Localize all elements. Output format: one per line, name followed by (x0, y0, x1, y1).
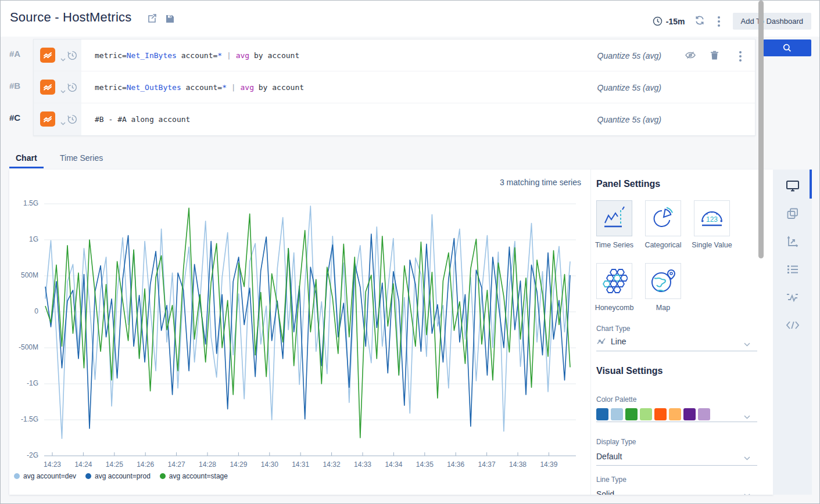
legend-series-name: avg account=dev (23, 472, 76, 480)
legend-item[interactable]: avg account=prod (85, 472, 151, 480)
json-view-button[interactable] (773, 315, 812, 336)
active-tab-indicator (9, 167, 44, 168)
x-axis-tick: 14:38 (504, 460, 531, 469)
quantize-setting-a[interactable]: Quantize 5s (avg) (539, 51, 661, 60)
single-value-panel-icon: 123 (698, 206, 726, 231)
metrics-query-type-icon[interactable] (40, 111, 55, 127)
display-type-label: Display Type (596, 438, 636, 446)
run-search-button[interactable] (763, 39, 811, 56)
threshold-settings-button[interactable] (773, 287, 812, 308)
line-type-label: Line Type (596, 476, 626, 484)
list-icon (787, 265, 798, 274)
time-range-picker[interactable]: -15m (653, 16, 685, 26)
chevron-down-icon[interactable] (744, 339, 750, 349)
chevron-down-icon[interactable] (744, 452, 750, 463)
app-window: { "header": { "title": "Source - HostMet… (0, 0, 820, 504)
refresh-icon[interactable] (694, 15, 705, 28)
query-input-c[interactable]: #B - #A along account (95, 115, 190, 124)
legend-color-dot (14, 473, 20, 479)
y-axis-tick: 1G (10, 235, 38, 243)
header-kebab-menu[interactable] (714, 15, 724, 28)
quantize-clock-icon[interactable] (67, 82, 77, 95)
honeycomb-panel-icon (601, 267, 628, 295)
y-axis-tick: 0 (10, 307, 38, 315)
map-panel-icon (649, 268, 677, 294)
x-axis-tick: 14:24 (70, 460, 96, 469)
legend-series-name: avg account=prod (95, 472, 151, 480)
panel-type-categorical[interactable] (645, 200, 681, 236)
query-type-chevron-icon[interactable] (60, 85, 66, 96)
query-input-b[interactable]: metric=Net_OutBytes account=* | avg by a… (95, 83, 304, 92)
add-to-dashboard-button[interactable]: Add To Dashboard (733, 13, 811, 30)
categorical-panel-icon (650, 205, 676, 232)
quantize-setting-c[interactable]: Quantize 5s (avg) (539, 115, 661, 124)
panel-settings-sidebar: Panel Settings 123 (590, 170, 773, 495)
panel-settings-view-button[interactable] (773, 175, 812, 196)
color-palette-underline (596, 422, 757, 422)
palette-swatch (669, 408, 681, 420)
x-axis-tick: 14:25 (101, 460, 128, 469)
query-kebab-menu[interactable] (736, 50, 745, 63)
hide-query-eye-icon[interactable] (685, 51, 696, 62)
legend-item[interactable]: avg account=stage (160, 472, 228, 480)
quantize-setting-b[interactable]: Quantize 5s (avg) (539, 83, 661, 92)
panel-type-time-series[interactable] (596, 200, 632, 236)
tile-label-single-value: Single Value (686, 241, 738, 249)
panel-type-honeycomb[interactable] (596, 263, 632, 299)
save-icon[interactable] (166, 15, 174, 26)
settings-scrollbar[interactable] (758, 1, 764, 258)
view-mode-strip (773, 170, 812, 495)
x-axis-tick: 14:23 (39, 460, 66, 469)
panel-settings-title: Panel Settings (596, 179, 660, 189)
visual-settings-title: Visual Settings (596, 366, 663, 376)
legend-item[interactable]: avg account=dev (14, 472, 76, 480)
quantize-clock-icon[interactable] (67, 114, 77, 127)
chart-area: 3 matching time series 1.5G1G500M0-500M-… (9, 170, 590, 495)
chevron-down-icon[interactable] (744, 411, 750, 422)
x-axis-tick: 14:36 (442, 460, 469, 469)
tile-label-categorical: Categorical (637, 241, 689, 249)
x-axis-tick: 14:33 (349, 460, 376, 469)
x-axis-tick: 14:37 (474, 460, 500, 469)
chart-legend: avg account=devavg account=prodavg accou… (14, 472, 228, 480)
color-palette-dropdown[interactable] (596, 408, 710, 420)
tile-label-time-series: Time Series (588, 241, 640, 249)
quantize-clock-icon[interactable] (67, 51, 77, 63)
overlay-view-button[interactable] (773, 203, 812, 224)
panel-type-map[interactable] (645, 263, 681, 299)
tab-time-series[interactable]: Time Series (60, 153, 103, 163)
metrics-query-type-icon[interactable] (40, 80, 55, 95)
metrics-query-type-icon[interactable] (40, 48, 55, 63)
query-type-chevron-icon[interactable] (60, 117, 66, 128)
header-actions: -15m Add To Dashboard (653, 13, 811, 30)
query-type-chevron-icon[interactable] (60, 53, 66, 64)
overlapping-panels-icon (787, 208, 798, 219)
x-axis-tick: 14:26 (132, 460, 159, 469)
legend-settings-button[interactable] (773, 259, 812, 280)
panel-type-single-value[interactable]: 123 (694, 200, 730, 236)
line-type-dropdown[interactable]: Solid (596, 489, 614, 495)
axes-settings-button[interactable] (773, 231, 812, 252)
legend-color-dot (160, 473, 166, 479)
x-axis-tick: 14:34 (380, 460, 407, 469)
chevron-down-icon[interactable] (744, 489, 750, 495)
y-axis-tick: -1G (10, 379, 38, 387)
chart-type-dropdown[interactable]: Line (611, 337, 626, 346)
query-row-a: metric=Net_InBytes account=* | avg by ac… (34, 39, 755, 71)
display-type-dropdown[interactable]: Default (596, 452, 622, 461)
time-series-chart[interactable] (9, 170, 590, 495)
y-axis-tick: 500M (10, 271, 38, 279)
tile-label-honeycomb: Honeycomb (588, 304, 640, 312)
x-axis-tick: 14:30 (256, 460, 283, 469)
threshold-pulse-icon (786, 293, 799, 302)
query-input-a[interactable]: metric=Net_InBytes account=* | avg by ac… (95, 51, 299, 60)
delete-query-trash-icon[interactable] (710, 51, 719, 63)
legend-series-name: avg account=stage (169, 472, 228, 480)
query-row-controls (34, 39, 81, 71)
palette-swatch (698, 408, 710, 420)
share-icon[interactable] (147, 14, 157, 26)
tab-chart[interactable]: Chart (16, 153, 37, 163)
search-icon (783, 44, 792, 52)
query-row-b: metric=Net_OutBytes account=* | avg by a… (34, 71, 755, 103)
chart-panel: 3 matching time series 1.5G1G500M0-500M-… (9, 170, 773, 495)
